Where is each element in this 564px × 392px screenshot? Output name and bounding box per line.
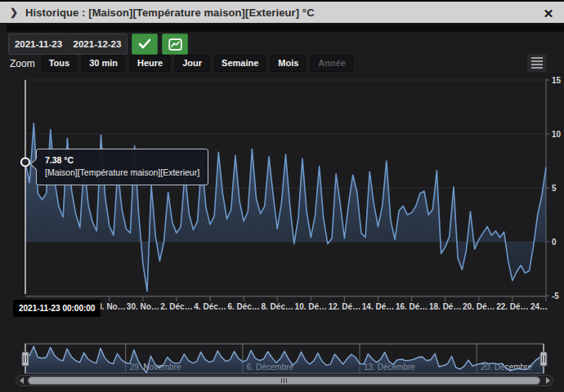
start-date-input[interactable]: 2021-11-23 [9,39,68,49]
tooltip-series: [Maison][Température maison][Exterieur] [45,167,199,179]
dialog-titlebar: ❯ Historique : [Maison][Température mais… [0,0,564,24]
end-date-input[interactable]: 2021-12-23 [68,39,127,49]
zoom-label: Zoom [10,58,35,69]
scrollbar-left-button[interactable] [16,375,27,386]
chevron-right-icon: ❯ [10,7,18,18]
titlebar-shadow [7,24,564,32]
tooltip-value: 7.38 °C [45,154,199,167]
zoom-button-tous[interactable]: Tous [42,55,77,72]
validate-button[interactable] [132,33,158,55]
zoom-button-30-min[interactable]: 30 min [82,55,125,72]
date-range-group: 2021-11-23 2021-12-23 [8,33,128,55]
zoom-button-mois[interactable]: Mois [271,55,306,72]
close-icon[interactable]: ✕ [539,5,557,23]
scrollbar-thumb[interactable] [28,376,540,385]
zoom-button-jour[interactable]: Jour [175,55,209,72]
arrow-right-icon [546,377,550,384]
page-background [0,24,7,392]
show-graph-button[interactable] [162,33,188,55]
line-chart-icon [168,38,182,51]
plot-area[interactable] [25,80,546,296]
dialog-title: Historique : [Maison][Température maison… [25,7,315,19]
zoom-button-semaine[interactable]: Semaine [214,55,266,72]
check-icon [138,38,151,50]
navigator[interactable] [25,344,544,373]
zoom-button-année: Année [311,55,353,72]
scrollbar-right-button[interactable] [542,375,553,386]
arrow-left-icon [20,377,24,384]
history-dialog: ❯ Historique : [Maison][Température mais… [0,0,564,392]
chart-tooltip: 7.38 °C [Maison][Température maison][Ext… [36,149,208,185]
export-menu-button[interactable] [527,54,547,72]
crosshair-date-label: 2021-11-23 00:00:00 [13,300,101,317]
zoom-toolbar: Zoom Tous30 minHeureJourSemaineMoisAnnée [10,54,353,73]
zoom-button-heure[interactable]: Heure [130,55,170,72]
